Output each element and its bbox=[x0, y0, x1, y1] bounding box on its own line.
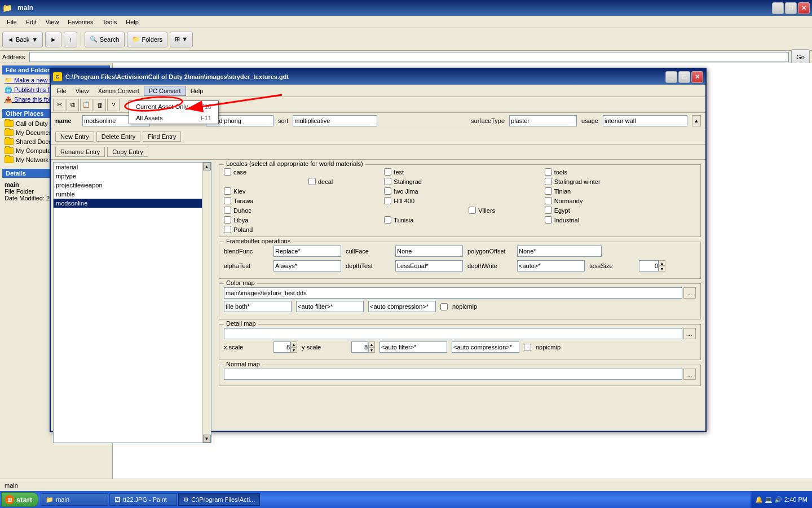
locale-egypt-checkbox[interactable] bbox=[545, 207, 552, 214]
locale-stalingrad-winter-checkbox[interactable] bbox=[545, 178, 552, 185]
find-entry-button[interactable]: Find Entry bbox=[143, 132, 181, 142]
search-button[interactable]: 🔍 Search bbox=[85, 32, 125, 47]
locale-duhoc-checkbox[interactable] bbox=[224, 207, 231, 214]
taskbar-item-gdt[interactable]: ⚙ C:\Program Files\Acti... bbox=[178, 493, 260, 506]
explorer-maximize-button[interactable]: □ bbox=[785, 2, 797, 14]
back-button[interactable]: ◄ Back ▼ bbox=[2, 32, 43, 47]
depthtest-select[interactable]: LessEqual* bbox=[395, 260, 463, 271]
locale-villers-checkbox[interactable] bbox=[469, 207, 476, 214]
detailmap-filter-select[interactable]: <auto filter>* bbox=[379, 341, 447, 353]
detailmap-path-input[interactable] bbox=[224, 328, 682, 339]
list-item-modsonline[interactable]: modsonline bbox=[54, 199, 202, 208]
forward-button[interactable]: ► bbox=[45, 32, 61, 47]
gdt-menu-help[interactable]: Help bbox=[186, 86, 208, 95]
delete-entry-button[interactable]: Delete Entry bbox=[96, 132, 141, 142]
gdt-maximize-button[interactable]: □ bbox=[678, 71, 690, 83]
taskbar-item-main[interactable]: 📁 main bbox=[41, 493, 108, 506]
go-button[interactable]: Go bbox=[791, 49, 810, 65]
views-button[interactable]: ⊞ ▼ bbox=[170, 32, 193, 47]
locale-normandy-checkbox[interactable] bbox=[545, 197, 552, 204]
list-scroll-down-button[interactable]: ▼ bbox=[203, 435, 211, 443]
locale-libya-checkbox[interactable] bbox=[224, 216, 231, 224]
yscale-down-button[interactable]: ▼ bbox=[368, 347, 375, 353]
start-button[interactable]: ⊞ start bbox=[1, 492, 38, 507]
up-button[interactable]: ↑ bbox=[64, 32, 77, 47]
normalmap-path-input[interactable] bbox=[224, 369, 682, 380]
locale-tinian-checkbox[interactable] bbox=[545, 187, 552, 195]
tesssize-input[interactable] bbox=[639, 260, 659, 271]
colormap-tile-select[interactable]: tile both* bbox=[224, 301, 292, 312]
gdt-menu-file[interactable]: File bbox=[52, 86, 71, 95]
tesssize-down-button[interactable]: ▼ bbox=[659, 266, 665, 271]
gdt-minimize-button[interactable]: _ bbox=[665, 71, 677, 83]
new-entry-button[interactable]: New Entry bbox=[55, 132, 94, 142]
blendfunc-select[interactable]: Replace* bbox=[273, 246, 341, 257]
right-scrollbar-top[interactable]: ▲ bbox=[692, 115, 701, 126]
address-input[interactable] bbox=[29, 52, 789, 62]
xscale-input[interactable] bbox=[273, 341, 290, 353]
cullface-select[interactable]: None bbox=[395, 246, 463, 257]
surfacetype-select[interactable]: plaster bbox=[509, 115, 577, 126]
polygonoffset-select[interactable]: None* bbox=[517, 246, 602, 257]
explorer-minimize-button[interactable]: _ bbox=[772, 2, 784, 14]
locale-test-checkbox[interactable] bbox=[384, 168, 391, 176]
gdt-menu-pc[interactable]: PC Convert bbox=[144, 86, 186, 96]
locale-kiev-checkbox[interactable] bbox=[224, 187, 231, 195]
dropdown-item-all-assets[interactable]: All Assets F11 bbox=[129, 112, 218, 124]
list-item-rumble[interactable]: rumble bbox=[54, 190, 202, 199]
gdt-menu-view[interactable]: View bbox=[71, 86, 94, 95]
locale-tunisia-checkbox[interactable] bbox=[384, 216, 391, 224]
detailmap-browse-button[interactable]: ... bbox=[683, 328, 696, 339]
list-item-material[interactable]: material bbox=[54, 163, 202, 172]
locale-tools-checkbox[interactable] bbox=[545, 168, 552, 176]
help-button[interactable]: ? bbox=[107, 99, 120, 111]
explorer-menu-view[interactable]: View bbox=[41, 17, 64, 27]
usage-select[interactable]: interior wall bbox=[603, 115, 687, 126]
locale-decal-checkbox[interactable] bbox=[308, 178, 316, 185]
normalmap-group: Normal map ... bbox=[219, 365, 701, 386]
explorer-menu-tools[interactable]: Tools bbox=[98, 17, 122, 27]
cut-button[interactable]: ✂ bbox=[53, 99, 65, 111]
colormap-filter-select[interactable]: <auto filter>* bbox=[296, 301, 364, 312]
detailmap-nopicmip-checkbox[interactable] bbox=[524, 344, 531, 351]
copy-entry-button[interactable]: Copy Entry bbox=[107, 147, 148, 157]
gdt-close-button[interactable]: ✕ bbox=[691, 71, 703, 83]
locale-hill400-checkbox[interactable] bbox=[384, 197, 391, 204]
explorer-menu-edit[interactable]: Edit bbox=[21, 17, 41, 27]
normalmap-browse-button[interactable]: ... bbox=[683, 369, 696, 380]
alphatest-select[interactable]: Always* bbox=[273, 260, 341, 271]
taskbar-item-paint[interactable]: 🖼 tt22.JPG - Paint bbox=[109, 493, 177, 506]
explorer-menu-help[interactable]: Help bbox=[121, 17, 143, 27]
delete-button[interactable]: 🗑 bbox=[94, 99, 106, 111]
paste-button[interactable]: 📋 bbox=[80, 99, 92, 111]
detailmap-compression-select[interactable]: <auto compression>* bbox=[452, 341, 519, 353]
locale-industrial-checkbox[interactable] bbox=[545, 216, 552, 224]
sort-select[interactable]: multiplicative bbox=[293, 115, 377, 126]
explorer-menu-file[interactable]: File bbox=[2, 17, 21, 27]
rename-entry-button[interactable]: Rename Entry bbox=[55, 147, 105, 157]
list-item-projectileweapon[interactable]: projectileweapon bbox=[54, 181, 202, 190]
colormap-browse-button[interactable]: ... bbox=[683, 287, 696, 299]
colormap-nopicmip-checkbox[interactable] bbox=[440, 303, 448, 310]
explorer-menu-favorites[interactable]: Favorites bbox=[63, 17, 98, 27]
xscale-down-button[interactable]: ▼ bbox=[290, 347, 297, 353]
colormap-compression-select[interactable]: <auto compression>* bbox=[368, 301, 436, 312]
list-item-mptype[interactable]: mptype bbox=[54, 172, 202, 181]
yscale-input[interactable] bbox=[351, 341, 368, 353]
tesssize-up-button[interactable]: ▲ bbox=[659, 260, 665, 266]
locale-stalingrad-checkbox[interactable] bbox=[384, 178, 391, 185]
gdt-menu-xenon[interactable]: Xenon Convert bbox=[93, 86, 143, 95]
locale-tarawa-checkbox[interactable] bbox=[224, 197, 231, 204]
colormap-path-input[interactable] bbox=[224, 287, 682, 299]
explorer-close-button[interactable]: ✕ bbox=[798, 2, 810, 14]
dropdown-item-current-asset[interactable]: Current Asset Only F10 bbox=[129, 101, 218, 112]
locale-poland-checkbox[interactable] bbox=[224, 226, 231, 233]
depthwrite-select[interactable]: <auto>* bbox=[517, 260, 585, 271]
xscale-up-button[interactable]: ▲ bbox=[290, 341, 297, 347]
yscale-up-button[interactable]: ▲ bbox=[368, 341, 375, 347]
list-scroll-up-button[interactable]: ▲ bbox=[203, 163, 211, 170]
locale-iwo-jima-checkbox[interactable] bbox=[384, 187, 391, 195]
folders-button[interactable]: 📁 Folders bbox=[127, 32, 168, 47]
copy-button[interactable]: ⧉ bbox=[67, 99, 79, 111]
locale-case-checkbox[interactable] bbox=[224, 168, 231, 176]
